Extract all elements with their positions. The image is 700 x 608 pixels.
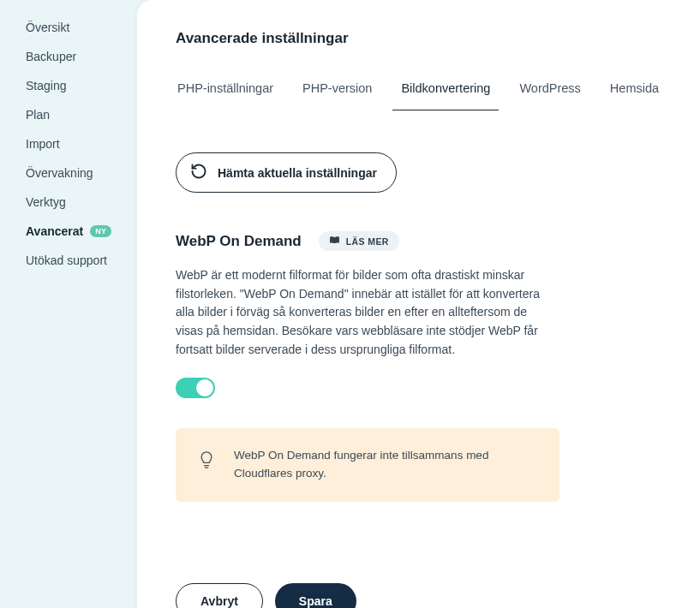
read-more-button[interactable]: LÄS MER bbox=[319, 231, 399, 251]
footer-actions: Avbryt Spara bbox=[176, 583, 661, 608]
section-title: WebP On Demand bbox=[176, 233, 302, 250]
page-title: Avancerade inställningar bbox=[176, 30, 661, 47]
tab-php-version[interactable]: PHP-version bbox=[301, 73, 374, 110]
new-badge: NY bbox=[90, 225, 111, 237]
sidebar-item-import[interactable]: Import bbox=[0, 129, 137, 158]
save-button[interactable]: Spara bbox=[275, 583, 356, 608]
sidebar-item-plan[interactable]: Plan bbox=[0, 100, 137, 129]
sidebar-item-staging[interactable]: Staging bbox=[0, 71, 137, 100]
toggle-knob bbox=[196, 379, 213, 396]
tab-php-settings[interactable]: PHP-inställningar bbox=[176, 73, 275, 110]
refresh-icon bbox=[190, 163, 207, 182]
fetch-button-label: Hämta aktuella inställningar bbox=[218, 166, 377, 180]
sidebar-item-monitoring[interactable]: Övervakning bbox=[0, 158, 137, 188]
read-more-label: LÄS MER bbox=[346, 236, 389, 247]
sidebar-item-tools[interactable]: Verktyg bbox=[0, 188, 137, 217]
tab-image-conversion[interactable]: Bildkonvertering bbox=[399, 73, 492, 110]
section-description: WebP är ett modernt filformat för bilder… bbox=[176, 266, 553, 359]
sidebar-item-backups[interactable]: Backuper bbox=[0, 42, 137, 71]
webp-toggle[interactable] bbox=[176, 378, 215, 398]
section-header: WebP On Demand LÄS MER bbox=[176, 231, 661, 251]
tab-wordpress[interactable]: WordPress bbox=[518, 73, 582, 110]
cancel-button[interactable]: Avbryt bbox=[176, 583, 263, 608]
lightbulb-icon bbox=[198, 447, 215, 483]
tab-website[interactable]: Hemsida bbox=[608, 73, 661, 110]
sidebar-item-support[interactable]: Utökad support bbox=[0, 246, 137, 275]
sidebar-item-overview[interactable]: Översikt bbox=[0, 13, 137, 42]
main-content: Avancerade inställningar PHP-inställning… bbox=[137, 0, 700, 608]
fetch-settings-button[interactable]: Hämta aktuella inställningar bbox=[176, 152, 397, 193]
sidebar: Översikt Backuper Staging Plan Import Öv… bbox=[0, 0, 137, 608]
tabs: PHP-inställningar PHP-version Bildkonver… bbox=[176, 73, 661, 111]
info-text: WebP On Demand fungerar inte tillsammans… bbox=[234, 447, 537, 483]
info-box: WebP On Demand fungerar inte tillsammans… bbox=[176, 428, 559, 502]
sidebar-item-advanced[interactable]: Avancerat NY bbox=[0, 217, 137, 246]
book-icon bbox=[329, 235, 340, 247]
